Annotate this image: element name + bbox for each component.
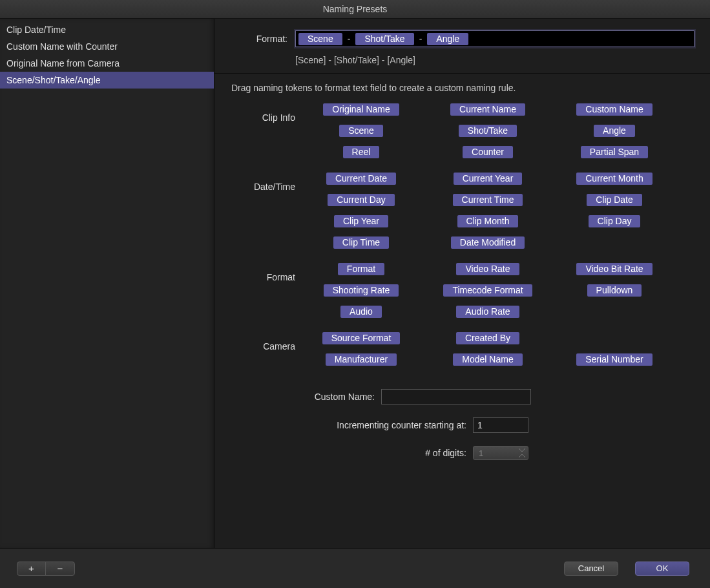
format-token-scene[interactable]: Scene bbox=[298, 33, 342, 45]
token-timecode-format[interactable]: Timecode Format bbox=[443, 284, 532, 297]
section-label-format: Format bbox=[214, 263, 295, 318]
counter-start-input[interactable] bbox=[473, 417, 528, 433]
token-partial-span[interactable]: Partial Span bbox=[581, 146, 648, 158]
token-current-name[interactable]: Current Name bbox=[450, 103, 525, 116]
token-grid-camera: Source Format Created By Manufacturer Mo… bbox=[295, 332, 697, 366]
format-token-shot-take[interactable]: Shot/Take bbox=[355, 33, 413, 45]
format-token-angle[interactable]: Angle bbox=[427, 33, 468, 45]
token-pulldown[interactable]: Pulldown bbox=[587, 284, 642, 297]
sidebar-item-label: Original Name from Camera bbox=[6, 58, 120, 68]
token-clip-year[interactable]: Clip Year bbox=[334, 215, 388, 227]
digits-select[interactable]: 1 bbox=[473, 446, 528, 460]
preset-list: Clip Date/Time Custom Name with Counter … bbox=[0, 19, 214, 548]
window-titlebar: Naming Presets bbox=[0, 0, 710, 19]
token-current-time[interactable]: Current Time bbox=[453, 194, 523, 206]
token-current-date[interactable]: Current Date bbox=[326, 173, 396, 185]
remove-preset-button[interactable]: − bbox=[46, 562, 74, 575]
token-reel[interactable]: Reel bbox=[343, 146, 380, 158]
digits-select-value: 1 bbox=[479, 448, 483, 458]
token-current-month[interactable]: Current Month bbox=[576, 173, 652, 185]
section-label-date-time: Date/Time bbox=[214, 173, 295, 249]
token-current-day[interactable]: Current Day bbox=[328, 194, 394, 206]
digits-label: # of digits: bbox=[214, 448, 473, 458]
token-clip-day[interactable]: Clip Day bbox=[589, 215, 641, 227]
cancel-button[interactable]: Cancel bbox=[564, 562, 618, 576]
add-preset-button[interactable]: + bbox=[17, 562, 46, 575]
sidebar-item-label: Scene/Shot/Take/Angle bbox=[6, 75, 101, 85]
sidebar-item-scene-shot-take-angle[interactable]: Scene/Shot/Take/Angle bbox=[0, 72, 214, 89]
token-clip-time[interactable]: Clip Time bbox=[333, 236, 389, 249]
sidebar-item-custom-name-counter[interactable]: Custom Name with Counter bbox=[0, 38, 214, 55]
token-grid-date-time: Current Date Current Year Current Month … bbox=[295, 173, 697, 249]
format-preview: [Scene] - [Shot/Take] - [Angle] bbox=[295, 55, 415, 65]
token-shooting-rate[interactable]: Shooting Rate bbox=[324, 284, 399, 297]
token-audio[interactable]: Audio bbox=[340, 306, 382, 318]
section-label-clip-info: Clip Info bbox=[214, 103, 295, 158]
window-title: Naming Presets bbox=[323, 4, 388, 14]
token-serial-number[interactable]: Serial Number bbox=[576, 353, 652, 366]
token-model-name[interactable]: Model Name bbox=[453, 353, 522, 366]
content-pane: Format: Scene - Shot/Take - Angle [Scene… bbox=[214, 19, 710, 548]
token-clip-date[interactable]: Clip Date bbox=[587, 194, 642, 206]
format-label: Format: bbox=[214, 34, 295, 44]
token-original-name[interactable]: Original Name bbox=[323, 103, 399, 116]
token-shot-take[interactable]: Shot/Take bbox=[459, 125, 517, 137]
token-current-year[interactable]: Current Year bbox=[454, 173, 523, 185]
custom-name-label: Custom Name: bbox=[214, 392, 381, 402]
minus-icon: − bbox=[57, 563, 63, 574]
token-angle[interactable]: Angle bbox=[594, 125, 635, 137]
plus-icon: + bbox=[28, 563, 34, 574]
token-counter[interactable]: Counter bbox=[463, 146, 513, 158]
footer-bar: + − Cancel OK bbox=[0, 548, 710, 588]
sidebar-item-label: Custom Name with Counter bbox=[6, 41, 118, 52]
token-source-format[interactable]: Source Format bbox=[322, 332, 401, 344]
counter-start-label: Incrementing counter starting at: bbox=[214, 420, 473, 430]
ok-button[interactable]: OK bbox=[635, 562, 689, 576]
token-video-bit-rate[interactable]: Video Bit Rate bbox=[576, 263, 652, 275]
sidebar-item-original-name-camera[interactable]: Original Name from Camera bbox=[0, 55, 214, 72]
section-label-camera: Camera bbox=[214, 332, 295, 366]
format-separator: - bbox=[345, 34, 353, 44]
token-grid-clip-info: Original Name Current Name Custom Name S… bbox=[295, 103, 697, 158]
token-custom-name[interactable]: Custom Name bbox=[576, 103, 652, 116]
token-scene[interactable]: Scene bbox=[339, 125, 383, 137]
token-manufacturer[interactable]: Manufacturer bbox=[326, 353, 397, 366]
format-separator: - bbox=[417, 34, 425, 44]
cancel-button-label: Cancel bbox=[578, 563, 604, 573]
instruction-text: Drag naming tokens to format text field … bbox=[214, 74, 710, 100]
ok-button-label: OK bbox=[656, 563, 669, 573]
token-clip-month[interactable]: Clip Month bbox=[457, 215, 519, 227]
sidebar-item-clip-date-time[interactable]: Clip Date/Time bbox=[0, 21, 214, 38]
sidebar-item-label: Clip Date/Time bbox=[6, 25, 66, 35]
token-grid-format: Format Video Rate Video Bit Rate Shootin… bbox=[295, 263, 697, 318]
token-created-by[interactable]: Created By bbox=[456, 332, 519, 344]
token-audio-rate[interactable]: Audio Rate bbox=[456, 306, 519, 318]
custom-name-input[interactable] bbox=[381, 389, 531, 404]
format-field[interactable]: Scene - Shot/Take - Angle bbox=[295, 30, 694, 47]
add-remove-group: + − bbox=[17, 562, 75, 576]
token-video-rate[interactable]: Video Rate bbox=[456, 263, 519, 275]
token-format[interactable]: Format bbox=[338, 263, 384, 275]
token-date-modified[interactable]: Date Modified bbox=[451, 236, 525, 249]
